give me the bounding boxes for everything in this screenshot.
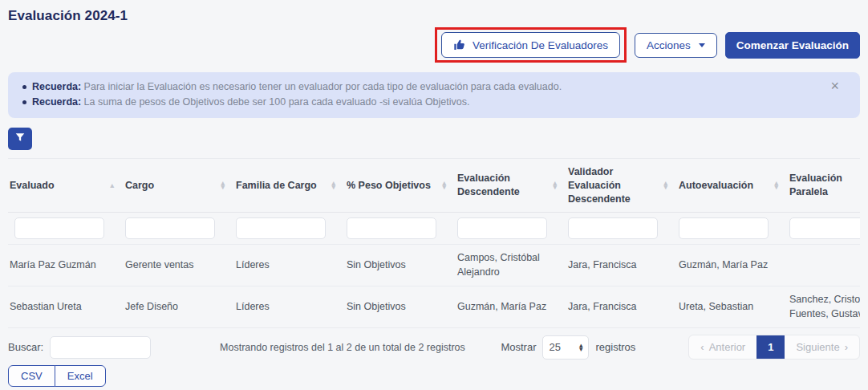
filter-input-familia-cargo[interactable] <box>236 217 326 239</box>
thumbs-up-icon <box>453 39 466 51</box>
chevron-down-icon <box>699 43 705 47</box>
previous-label: Anterior <box>709 341 746 353</box>
actions-dropdown-button[interactable]: Acciones <box>635 33 717 58</box>
previous-page-button[interactable]: ‹ Anterior <box>689 335 756 359</box>
table-row[interactable]: Sebastian Ureta Jefe Diseño Líderes Sin … <box>8 286 860 328</box>
cell-cargo: Gerente ventas <box>119 245 229 286</box>
cell-peso-objetivos: Sin Objetivos <box>340 286 451 328</box>
cell-cargo: Jefe Diseño <box>119 286 229 328</box>
table-header-row: Evaluado ▴ Cargo ▴▾ Familia de Cargo ▴▾ … <box>8 158 860 213</box>
column-header-validador[interactable]: Validador Evaluación Descendente ▴▾ <box>562 158 672 213</box>
cell-autoevaluacion: Guzmán, María Paz <box>672 245 783 286</box>
chevron-right-icon: › <box>845 341 848 353</box>
sort-icon: ▴▾ <box>553 181 557 189</box>
reminder-prefix: Recuerda: <box>32 96 81 108</box>
sort-icon: ▴▾ <box>331 181 335 189</box>
filter-input-peso-objetivos[interactable] <box>347 217 436 239</box>
cell-evaluacion-paralela: Sanchez, Cristobal - Fuentes, Gustavo <box>783 286 860 328</box>
evaluation-page: Evaluación 2024-1 Verificación De Evalua… <box>0 0 868 390</box>
page-title: Evaluación 2024-1 <box>8 8 860 24</box>
column-header-cargo[interactable]: Cargo ▴▾ <box>119 158 229 213</box>
records-info: Mostrando registros del 1 al 2 de un tot… <box>220 342 465 353</box>
sort-icon: ▴▾ <box>221 181 225 189</box>
reminder-item: Recuerda: La suma de pesos de Objetivos … <box>19 95 825 110</box>
cell-evaluacion-descendente: Guzmán, María Paz <box>451 286 562 328</box>
show-label: Mostrar <box>501 341 536 353</box>
verification-evaluators-button[interactable]: Verificación De Evaluadores <box>441 32 620 58</box>
column-header-evaluado[interactable]: Evaluado ▴ <box>8 158 119 213</box>
evaluations-table-wrapper: Evaluado ▴ Cargo ▴▾ Familia de Cargo ▴▾ … <box>8 158 860 329</box>
cell-familia-cargo: Líderes <box>229 286 340 328</box>
reminder-list: Recuerda: Para iniciar la Evaluación es … <box>19 79 825 111</box>
filter-input-validador[interactable] <box>568 217 658 239</box>
excel-export-button[interactable]: Excel <box>55 365 106 387</box>
filter-input-cargo[interactable] <box>125 217 215 239</box>
cell-evaluado: Sebastian Ureta <box>8 286 119 328</box>
reminder-item: Recuerda: Para iniciar la Evaluación es … <box>19 79 825 95</box>
page-size-group: Mostrar 25 ▴▾ registros <box>501 335 635 360</box>
cell-validador: Jara, Francisca <box>562 245 672 286</box>
sort-icon: ▴▾ <box>774 181 778 189</box>
actions-label: Acciones <box>647 39 691 51</box>
red-highlight-annotation: Verificación De Evaluadores <box>435 27 627 63</box>
next-label: Siguiente <box>796 341 839 353</box>
start-evaluation-button[interactable]: Comenzar Evaluación <box>725 32 860 59</box>
column-filter-row <box>8 213 860 245</box>
pagination: ‹ Anterior 1 Siguiente › <box>688 335 860 360</box>
sort-icon: ▴▾ <box>442 181 446 189</box>
table-row[interactable]: María Paz Guzmán Gerente ventas Líderes … <box>8 245 860 286</box>
cell-evaluacion-paralela <box>783 245 860 286</box>
sort-asc-icon: ▴ <box>110 184 114 188</box>
cell-autoevaluacion: Ureta, Sebastian <box>672 286 783 328</box>
records-label: registros <box>595 341 635 353</box>
search-input[interactable] <box>50 336 151 359</box>
cell-validador: Jara, Francisca <box>562 286 672 328</box>
verification-evaluators-label: Verificación De Evaluadores <box>473 39 608 51</box>
reminder-text: La suma de pesos de Objetivos debe ser 1… <box>81 96 469 108</box>
export-button-group: CSV Excel <box>8 365 106 387</box>
filter-input-evaluacion-paralela[interactable] <box>789 217 860 239</box>
filter-input-evaluacion-descendente[interactable] <box>457 217 547 239</box>
column-header-peso-objetivos[interactable]: % Peso Objetivos ▴▾ <box>340 158 451 213</box>
search-group: Buscar: <box>8 336 151 359</box>
filter-input-autoevaluacion[interactable] <box>679 217 769 239</box>
sort-icon: ▴▾ <box>663 181 667 189</box>
start-evaluation-label: Comenzar Evaluación <box>736 39 849 51</box>
evaluations-table: Evaluado ▴ Cargo ▴▾ Familia de Cargo ▴▾ … <box>8 158 860 329</box>
page-size-select[interactable]: 25 ▴▾ <box>542 335 589 360</box>
close-icon[interactable]: × <box>830 79 839 93</box>
reminder-alert: Recuerda: Para iniciar la Evaluación es … <box>8 72 860 118</box>
reminder-text: Para iniciar la Evaluación es necesario … <box>81 81 562 92</box>
reminder-prefix: Recuerda: <box>32 81 81 92</box>
column-header-evaluacion-paralela[interactable]: Evaluación Paralela ▴▾ <box>783 158 860 213</box>
page-size-value: 25 <box>549 341 560 353</box>
cell-familia-cargo: Líderes <box>229 245 340 286</box>
column-header-evaluacion-descendente[interactable]: Evaluación Descendente ▴▾ <box>451 158 562 213</box>
next-page-button[interactable]: Siguiente › <box>785 335 859 359</box>
cell-peso-objetivos: Sin Objetivos <box>340 245 451 286</box>
toolbar: Verificación De Evaluadores Acciones Com… <box>8 26 860 64</box>
funnel-icon <box>14 132 26 145</box>
chevron-left-icon: ‹ <box>700 341 704 353</box>
select-arrows-icon: ▴▾ <box>579 343 583 351</box>
filter-button[interactable] <box>8 128 32 150</box>
current-page-button[interactable]: 1 <box>756 335 785 359</box>
column-header-autoevaluacion[interactable]: Autoevaluación ▴▾ <box>672 158 783 213</box>
search-label: Buscar: <box>8 341 43 353</box>
column-header-familia-cargo[interactable]: Familia de Cargo ▴▾ <box>229 158 340 213</box>
csv-export-button[interactable]: CSV <box>8 365 55 387</box>
cell-evaluacion-descendente: Campos, Cristóbal Alejandro <box>451 245 562 286</box>
table-footer: Buscar: Mostrando registros del 1 al 2 d… <box>8 335 860 360</box>
cell-evaluado: María Paz Guzmán <box>8 245 119 286</box>
filter-input-evaluado[interactable] <box>14 217 104 239</box>
